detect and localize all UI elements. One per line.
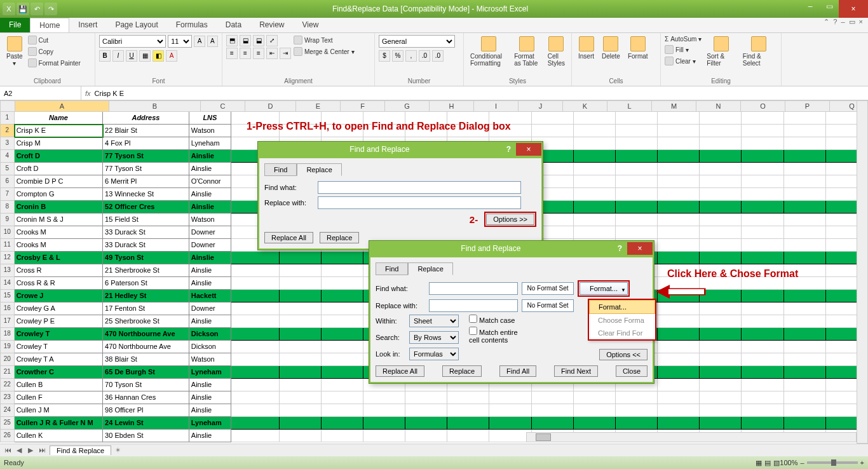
- cell[interactable]: [784, 201, 826, 214]
- tab-insert[interactable]: Insert: [69, 18, 106, 32]
- cell[interactable]: [784, 112, 826, 125]
- cell[interactable]: Crowe J: [15, 290, 103, 302]
- cell[interactable]: [405, 430, 447, 442]
- cell[interactable]: O'Connor: [189, 175, 231, 188]
- window-min-icon[interactable]: –: [841, 18, 844, 32]
- cell[interactable]: [280, 430, 322, 442]
- dialog2-close-button[interactable]: ×: [627, 242, 653, 255]
- help-icon[interactable]: ?: [833, 18, 837, 32]
- cell[interactable]: [405, 417, 447, 430]
- cell[interactable]: [447, 391, 489, 404]
- cell[interactable]: [574, 214, 616, 226]
- cell[interactable]: [742, 252, 783, 264]
- cell-styles-button[interactable]: Cell Styles: [545, 35, 567, 76]
- dialog-tab-find[interactable]: Find: [264, 163, 297, 176]
- tab-data[interactable]: Data: [217, 18, 250, 32]
- merge-center-button[interactable]: Merge & Center ▾: [294, 46, 355, 57]
- minimize-button[interactable]: –: [801, 0, 820, 13]
- paste-button[interactable]: Paste▾: [4, 35, 25, 76]
- row-header[interactable]: 7: [0, 188, 15, 201]
- tab-formulas[interactable]: Formulas: [167, 18, 217, 32]
- cell[interactable]: [322, 315, 363, 328]
- menu-item-clear-find-format[interactable]: Clear Find For: [589, 327, 655, 339]
- replace-with-input2[interactable]: [429, 299, 518, 312]
- cell[interactable]: [700, 150, 742, 163]
- cell[interactable]: [231, 315, 280, 328]
- cell[interactable]: [532, 125, 574, 137]
- fill-button[interactable]: Fill ▾: [665, 44, 702, 55]
- redo-icon[interactable]: ↷: [44, 3, 57, 15]
- cell[interactable]: Ainslie: [189, 379, 231, 391]
- cell[interactable]: [742, 353, 783, 366]
- cell[interactable]: 77 Tyson St: [103, 150, 189, 163]
- bold-button[interactable]: B: [99, 50, 111, 62]
- align-left-icon[interactable]: ≡: [226, 48, 238, 59]
- cell[interactable]: Ainslie: [189, 150, 231, 163]
- cell[interactable]: [231, 341, 280, 353]
- window-close-icon[interactable]: ×: [859, 18, 863, 32]
- find-format-button[interactable]: Format...▼: [580, 282, 628, 295]
- cell[interactable]: [658, 252, 700, 264]
- cell[interactable]: [658, 366, 700, 379]
- cell[interactable]: Ainslie: [189, 391, 231, 404]
- cell[interactable]: [700, 366, 742, 379]
- cell[interactable]: [658, 328, 700, 341]
- cell[interactable]: [447, 430, 489, 442]
- cell[interactable]: Ainslie: [189, 404, 231, 417]
- cell[interactable]: [574, 404, 616, 417]
- cell[interactable]: [658, 150, 700, 163]
- cell[interactable]: [742, 366, 783, 379]
- cell[interactable]: [658, 163, 700, 175]
- cell[interactable]: [784, 290, 826, 302]
- cell[interactable]: [322, 379, 363, 391]
- conditional-formatting-button[interactable]: Conditional Formatting: [468, 35, 509, 76]
- cell[interactable]: 21 Sherbrooke St: [103, 264, 189, 277]
- cell[interactable]: [574, 201, 616, 214]
- cell[interactable]: [742, 302, 783, 315]
- cell[interactable]: [700, 112, 742, 125]
- cell[interactable]: [616, 404, 658, 417]
- align-center-icon[interactable]: ≡: [240, 48, 251, 59]
- cell[interactable]: [322, 252, 363, 264]
- cell[interactable]: [322, 302, 363, 315]
- cell[interactable]: [616, 226, 658, 239]
- row-header[interactable]: 6: [0, 175, 15, 188]
- cell[interactable]: Crowley T: [15, 341, 103, 353]
- cell[interactable]: [231, 366, 280, 379]
- cell[interactable]: 33 Durack St: [103, 239, 189, 252]
- cell[interactable]: Ainslie: [189, 264, 231, 277]
- cell[interactable]: [532, 417, 574, 430]
- cell[interactable]: [363, 417, 405, 430]
- row-header[interactable]: 20: [0, 353, 15, 366]
- cell[interactable]: 6 Paterson St: [103, 277, 189, 290]
- row-header[interactable]: 14: [0, 277, 15, 290]
- increase-decimal-icon[interactable]: .0: [419, 50, 430, 62]
- cell[interactable]: [784, 328, 826, 341]
- cell[interactable]: Crowley T: [15, 328, 103, 341]
- cell[interactable]: [363, 430, 405, 442]
- cell[interactable]: [363, 404, 405, 417]
- column-header-C[interactable]: C: [201, 100, 245, 112]
- cell[interactable]: [784, 214, 826, 226]
- cell[interactable]: [280, 366, 322, 379]
- cell[interactable]: [280, 341, 322, 353]
- cell[interactable]: [616, 175, 658, 188]
- cell[interactable]: [700, 226, 742, 239]
- formula-input[interactable]: [95, 90, 868, 97]
- menu-item-format[interactable]: Format...: [589, 300, 655, 314]
- cell[interactable]: [574, 163, 616, 175]
- menu-item-choose-format[interactable]: Choose Forma: [589, 314, 655, 327]
- column-header-H[interactable]: H: [430, 100, 474, 112]
- cell[interactable]: Croft D: [15, 150, 103, 163]
- cell[interactable]: [658, 175, 700, 188]
- horizontal-scrollbar[interactable]: [526, 432, 857, 442]
- format-as-table-button[interactable]: Format as Table: [512, 35, 543, 76]
- cell[interactable]: [742, 175, 783, 188]
- sheet-nav-prev-icon[interactable]: ◀: [14, 446, 24, 454]
- cell[interactable]: [742, 201, 783, 214]
- excel-icon[interactable]: X: [3, 3, 15, 15]
- dialog-help-icon[interactable]: ?: [501, 145, 516, 154]
- cell[interactable]: [532, 404, 574, 417]
- cell[interactable]: [742, 404, 783, 417]
- row-header[interactable]: 12: [0, 252, 15, 264]
